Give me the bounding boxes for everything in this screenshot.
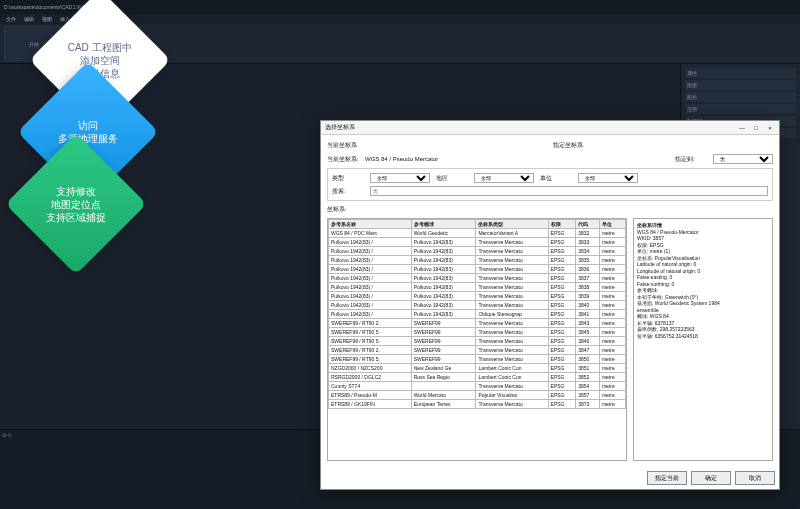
filter-type-select[interactable]: 全部 (370, 173, 430, 183)
table-row[interactable]: Pulkovo 1942(83) /Pulkovo 1942(83)Transv… (329, 301, 626, 310)
cmd-prompt: 命令: (2, 432, 13, 438)
close-icon[interactable]: × (765, 125, 775, 131)
panel-item[interactable]: 范围 (685, 104, 796, 114)
table-row[interactable]: Pulkovo 1942(83) /Pulkovo 1942(83)Transv… (329, 292, 626, 301)
cancel-button[interactable]: 取消 (735, 471, 775, 485)
filter-region-select[interactable]: 全部 (474, 173, 534, 183)
menu-item[interactable]: 文件 (6, 16, 16, 22)
filter-region-label: 地区 (436, 174, 468, 183)
assign-crs-select[interactable]: 无 (713, 154, 773, 164)
table-header[interactable]: 参考椭球 (411, 220, 476, 229)
crs-details-panel: 坐标系详情 WGS 84 / Pseudo-MercatorWKID: 3857… (633, 218, 773, 461)
table-row[interactable]: Pulkovo 1942(83) /Pulkovo 1942(83)Transv… (329, 274, 626, 283)
menu-item[interactable]: 视图 (42, 16, 52, 22)
current-crs-value: WGS 84 / Pseudo Mercator (365, 156, 669, 162)
table-header[interactable]: 坐标系类型 (476, 220, 548, 229)
table-row[interactable]: SWEREF99 / RT90 5.SWEREF99Transverse Mer… (329, 337, 626, 346)
current-crs-label: 当前坐标系: (327, 155, 359, 164)
filter-unit-select[interactable]: 全部 (578, 173, 638, 183)
section-label: 指定坐标系 (553, 141, 773, 150)
table-row[interactable]: County ST74Transverse MercatoEPSG3854met… (329, 382, 626, 391)
table-row[interactable]: Pulkovo 1942(83) /Pulkovo 1942(83)Transv… (329, 247, 626, 256)
assign-crs-label: 指定到: (675, 155, 707, 164)
table-row[interactable]: Pulkovo 1942(83) /Pulkovo 1942(83)Transv… (329, 265, 626, 274)
table-row[interactable]: RSRGD2000 / DGLC2Ross Sea RegioLambert C… (329, 373, 626, 382)
table-row[interactable]: SWEREF99 / RT90 5.SWEREF99Transverse Mer… (329, 328, 626, 337)
dialog-title: 选择坐标系 (325, 123, 355, 132)
assign-current-button[interactable]: 指定当前 (647, 471, 687, 485)
table-row[interactable]: NZGD2000 / NZCS200New Zealand GeLambert … (329, 364, 626, 373)
table-header[interactable]: 单位 (599, 220, 625, 229)
table-row[interactable]: Pulkovo 1942(83) /Pulkovo 1942(83)Obliqu… (329, 310, 626, 319)
table-row[interactable]: ETRS89 / GK19FINEuropean TerresTransvers… (329, 400, 626, 409)
panel-item[interactable]: 图层 (685, 80, 796, 90)
table-row[interactable]: SWEREF99 / RT90 2.SWEREF99Transverse Mer… (329, 319, 626, 328)
panel-item[interactable]: 颜色 (685, 92, 796, 102)
dialog-titlebar[interactable]: 选择坐标系 — □ × (321, 121, 779, 135)
minimize-icon[interactable]: — (737, 125, 747, 131)
table-row[interactable]: SWEREF99 / RT90 2.SWEREF99Transverse Mer… (329, 346, 626, 355)
table-row[interactable]: SWEREF99 / RT90 5.SWEREF99Transverse Mer… (329, 355, 626, 364)
crs-table-wrap[interactable]: 参考系名称参考椭球坐标系类型权限代码单位 WGS 84 / PDC MercWo… (327, 218, 627, 461)
ok-button[interactable]: 确定 (691, 471, 731, 485)
filter-type-label: 类型 (332, 174, 364, 183)
table-row[interactable]: Pulkovo 1942(83) /Pulkovo 1942(83)Transv… (329, 256, 626, 265)
section-label: 当前坐标系 (327, 141, 547, 150)
menu-item[interactable]: 编辑 (24, 16, 34, 22)
table-header[interactable]: 代码 (576, 220, 600, 229)
search-label: 搜索: (332, 187, 364, 196)
crs-table: 参考系名称参考椭球坐标系类型权限代码单位 WGS 84 / PDC MercWo… (328, 219, 626, 409)
table-header[interactable]: 参考系名称 (329, 220, 412, 229)
search-input[interactable] (370, 186, 768, 196)
panel-header: 属性 (685, 68, 796, 78)
table-row[interactable]: Pulkovo 1942(83) /Pulkovo 1942(83)Transv… (329, 283, 626, 292)
table-row[interactable]: WGS 84 / PDC MercWorld GeodeticMercatorV… (329, 229, 626, 238)
filter-unit-label: 单位 (540, 174, 572, 183)
detail-line: 短半轴: 6356752.31424518 (637, 333, 769, 340)
maximize-icon[interactable]: □ (751, 125, 761, 131)
table-row[interactable]: Pulkovo 1942(83) /Pulkovo 1942(83)Transv… (329, 238, 626, 247)
list-label: 坐标系: (327, 205, 773, 214)
crs-dialog: 选择坐标系 — □ × 当前坐标系 指定坐标系 当前坐标系: WGS 84 / … (320, 120, 780, 490)
table-header[interactable]: 权限 (548, 220, 576, 229)
table-row[interactable]: ETRS89 / Pseudo-MWorld MercatoPopular Vi… (329, 391, 626, 400)
